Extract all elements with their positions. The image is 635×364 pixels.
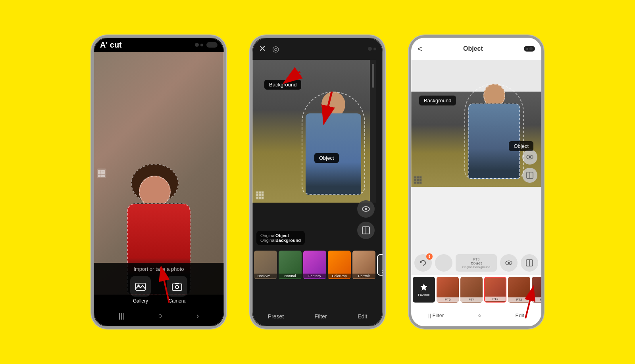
camera-label: Camera	[169, 298, 186, 304]
phone-3-presets: 5 PT3 Object OriginalBackground	[411, 251, 541, 275]
gallery-button[interactable]: Gallery	[130, 276, 151, 304]
bottom-buttons: Gallery Camera	[130, 276, 187, 304]
grid-icon[interactable]	[97, 169, 106, 178]
nav-back-icon[interactable]: |||	[119, 312, 124, 320]
preset-label-area: OriginalObject OriginalBackground	[256, 231, 305, 245]
svg-point-21	[508, 262, 510, 264]
thumb-fantasy[interactable]: Fantasy	[303, 251, 326, 279]
compare-icon	[362, 226, 370, 234]
back-button[interactable]: <	[418, 44, 422, 54]
phone-3-bottom-nav: || Filter ○ Edit	[411, 305, 541, 326]
selection-3	[464, 84, 524, 179]
thumb-favorite[interactable]: Favorite	[413, 277, 435, 303]
thumb-original[interactable]: Original	[377, 254, 383, 276]
phone-1-bottom: Import or take a photo Gallery	[94, 263, 224, 326]
phone-1-image-area	[94, 52, 224, 295]
head	[139, 176, 171, 207]
phone-2-screen: ✕ ◎	[252, 38, 383, 326]
phone-3: < Object	[409, 35, 544, 329]
grid-icon-2[interactable]	[256, 191, 264, 199]
close-button[interactable]: ✕	[259, 44, 266, 54]
cam-dot-2	[373, 48, 376, 50]
circle-btn-2[interactable]	[435, 254, 452, 272]
compare-icon-preset	[526, 259, 533, 266]
front-camera	[524, 46, 535, 52]
star-icon	[419, 283, 428, 291]
thumb-portrait-label: Portrait	[352, 274, 375, 278]
edit-tab[interactable]: Edit	[358, 313, 367, 320]
compare-btn-3[interactable]	[522, 168, 537, 183]
preset-tab[interactable]: Preset	[268, 313, 284, 320]
scroll-thumb[interactable]	[372, 64, 374, 88]
camera-area-3	[524, 46, 535, 52]
rotate-btn[interactable]: 5	[414, 254, 432, 272]
object-label: Object	[314, 153, 339, 163]
phone-2: ✕ ◎	[250, 35, 385, 329]
preset-label-btn[interactable]: PT3 Object OriginalBackground	[456, 254, 497, 272]
thumb-fantasy-label: Fantasy	[303, 274, 326, 278]
camera-button[interactable]: Camera	[167, 276, 187, 304]
thumb-portrait[interactable]: Portrait	[352, 251, 375, 279]
thumb-pt1-label: PT1	[532, 297, 541, 302]
eye-icon	[362, 206, 370, 212]
pill-camera	[206, 42, 217, 48]
thumb-pt3[interactable]: PT3	[484, 277, 506, 303]
edit-nav-item[interactable]: Edit	[516, 312, 524, 318]
preset-line-1: OriginalObject	[260, 233, 301, 238]
thumb-pt5-label: PT5	[437, 297, 459, 302]
eye-icon-preset	[505, 261, 512, 265]
compare-button[interactable]	[357, 222, 375, 239]
thumb-backwa[interactable]: BackWa...	[254, 251, 277, 279]
thumb-original-label: Original	[378, 269, 383, 274]
phone-1-screen: A' cut	[94, 38, 224, 326]
nav-recent-icon[interactable]: ›	[196, 312, 199, 320]
camera-icon-container	[167, 276, 187, 297]
phone-2-bottom-nav: Preset Filter Edit	[252, 307, 383, 326]
eye-btn-preset[interactable]	[500, 254, 518, 272]
thumb-pt5[interactable]: PT5	[437, 277, 459, 303]
eye-btn-3[interactable]	[522, 149, 537, 165]
phone-3-controls	[522, 149, 537, 183]
gallery-label: Gallery	[133, 298, 148, 304]
scrollbar[interactable]	[370, 60, 376, 203]
svg-point-3	[175, 285, 179, 289]
selection-outline	[302, 92, 365, 195]
thumb-backwa-label: BackWa...	[254, 274, 277, 278]
gallery-icon-container	[130, 276, 151, 297]
thumb-pt1[interactable]: PT1	[532, 277, 541, 303]
nav-home-icon[interactable]: ○	[158, 312, 163, 320]
import-text: Import or take a photo	[133, 266, 184, 272]
thumb-pt4[interactable]: PT4	[460, 277, 483, 303]
phone-3-screen: < Object	[411, 38, 541, 326]
svg-marker-24	[420, 284, 427, 291]
thumb-pt4-label: PT4	[460, 297, 483, 302]
svg-point-17	[529, 156, 531, 158]
thumb-colorpop[interactable]: ColorPop	[328, 251, 351, 279]
preset-line-2: OriginalBackground	[260, 238, 301, 243]
phone-1: A' cut	[91, 35, 226, 329]
badge-5: 5	[426, 253, 433, 260]
phone-2-controls	[357, 200, 375, 239]
grid-icon-3[interactable]	[414, 176, 422, 184]
camera-area	[195, 42, 217, 48]
camera-icon	[171, 281, 183, 292]
phone-3-image-area: Background Object	[411, 60, 541, 187]
eye-icon-3	[526, 155, 533, 159]
compare-btn-preset[interactable]	[521, 254, 538, 272]
magic-btn[interactable]: ◎	[266, 44, 368, 54]
phone-3-header: < Object	[411, 38, 541, 60]
cam-dot-1	[368, 47, 372, 51]
thumb-pt2[interactable]: PT2	[508, 277, 530, 303]
filter-tab[interactable]: Filter	[315, 313, 327, 320]
filter-nav-item[interactable]: || Filter	[428, 312, 444, 318]
eye-button[interactable]	[357, 200, 375, 218]
camera-dot-2	[200, 44, 203, 46]
phone-2-header: ✕ ◎	[252, 38, 383, 60]
svg-point-11	[365, 208, 367, 210]
background-label-3: Background	[419, 96, 456, 105]
compare-icon-3	[526, 172, 533, 179]
object-label-3: Object	[509, 141, 533, 151]
home-nav-item[interactable]: ○	[478, 312, 481, 318]
thumb-colorpop-label: ColorPop	[328, 274, 351, 278]
thumb-natural[interactable]: Natural	[279, 251, 302, 279]
